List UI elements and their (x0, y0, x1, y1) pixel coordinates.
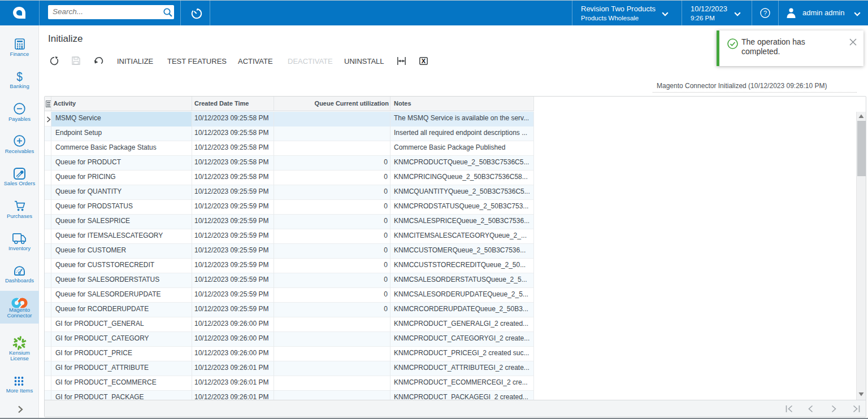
svg-text:X: X (422, 58, 426, 64)
svg-text:?: ? (763, 10, 767, 16)
